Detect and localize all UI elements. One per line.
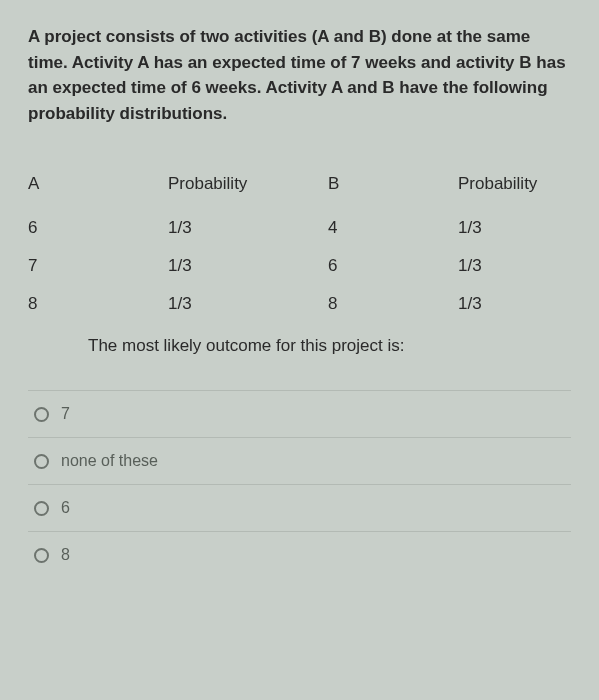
table-header-prob-b: Probability [458,174,568,194]
table-cell: 4 [328,218,458,238]
table-header-a: A [28,174,168,194]
table-cell: 1/3 [458,218,568,238]
radio-icon [34,454,49,469]
question-text: The most likely outcome for this project… [88,336,571,356]
table-header-b: B [328,174,458,194]
table-cell: 1/3 [458,256,568,276]
table-cell: 1/3 [168,256,328,276]
option-label: 7 [61,405,70,423]
table-cell: 7 [28,256,168,276]
table-header-prob-a: Probability [168,174,328,194]
intro-text: A project consists of two activities (A … [28,27,566,123]
radio-icon [34,548,49,563]
table-cell: 6 [28,218,168,238]
table-cell: 1/3 [168,218,328,238]
option-8[interactable]: 8 [28,531,571,578]
radio-icon [34,501,49,516]
option-label: 8 [61,546,70,564]
probability-table: A 6 7 8 Probability 1/3 1/3 1/3 B 4 6 8 … [28,174,571,314]
table-cell: 8 [28,294,168,314]
table-cell: 1/3 [458,294,568,314]
option-label: none of these [61,452,158,470]
option-6[interactable]: 6 [28,484,571,531]
options-list: 7 none of these 6 8 [28,390,571,578]
option-7[interactable]: 7 [28,390,571,437]
table-cell: 1/3 [168,294,328,314]
table-cell: 8 [328,294,458,314]
problem-intro: A project consists of two activities (A … [28,24,571,126]
table-cell: 6 [328,256,458,276]
option-label: 6 [61,499,70,517]
radio-icon [34,407,49,422]
option-none[interactable]: none of these [28,437,571,484]
